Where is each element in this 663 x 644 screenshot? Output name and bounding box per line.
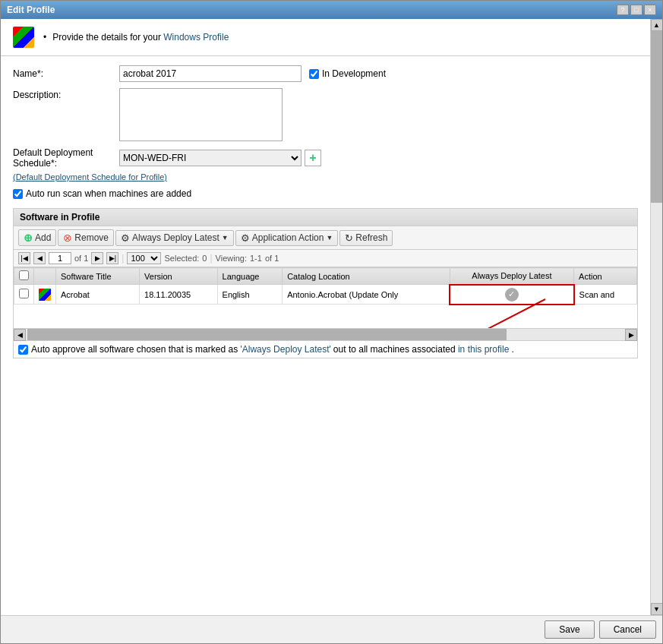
remove-button[interactable]: ⊗ Remove <box>58 229 114 246</box>
table-header-row: Software Title Version Language Catalog … <box>14 268 637 285</box>
gear-icon-2: ⚙ <box>241 232 250 244</box>
auto-run-row: Auto run scan when machines are added <box>13 188 638 199</box>
software-title-col-header: Software Title <box>56 268 140 285</box>
remove-icon: ⊗ <box>63 232 72 244</box>
prev-page-button[interactable]: ◀ <box>33 252 46 264</box>
table-row: Acrobat 18.11.20035 English Antonio.Acro… <box>14 285 637 305</box>
software-title-cell: Acrobat <box>56 285 140 305</box>
help-button[interactable]: ? <box>617 5 629 15</box>
scroll-track[interactable] <box>26 329 625 340</box>
action-cell: Scan and <box>574 285 637 305</box>
action-col-header: Action <box>574 268 637 285</box>
in-development-checkbox[interactable] <box>309 69 319 79</box>
form-area: Name*: In Development Description: Defau… <box>1 65 650 374</box>
always-deploy-cell: ✓ <box>450 285 573 305</box>
page-input[interactable] <box>49 252 71 264</box>
viewing-label: Viewing: <box>216 254 247 263</box>
auto-approve-checkbox[interactable] <box>18 345 28 355</box>
scroll-thumb[interactable] <box>27 329 507 340</box>
auto-approve-link1[interactable]: 'Always Deploy Latest' <box>240 344 330 355</box>
default-schedule-link[interactable]: (Default Deployment Schedule for Profile… <box>13 172 167 182</box>
row-icon-cell <box>34 285 56 305</box>
windows-logo-icon <box>13 27 34 48</box>
in-development-label: In Development <box>322 68 386 79</box>
deploy-schedule-select[interactable]: MON-WED-FRI DAILY WEEKLY <box>119 150 302 166</box>
deploy-label: Default DeploymentSchedule*: <box>13 147 119 169</box>
add-button[interactable]: ⊕ Add <box>18 229 56 246</box>
scroll-right-button[interactable]: ▶ <box>625 329 637 341</box>
language-col-header: Language <box>217 268 283 285</box>
scroll-left-button[interactable]: ◀ <box>14 329 26 341</box>
add-label: Add <box>35 232 51 243</box>
gear-icon-1: ⚙ <box>121 232 130 244</box>
window-controls: ? □ × <box>617 5 656 15</box>
row-checkbox[interactable] <box>19 289 29 298</box>
software-table-container: Software Title Version Language Catalog … <box>14 267 637 328</box>
app-action-dropdown-arrow: ▼ <box>326 234 333 242</box>
save-button[interactable]: Save <box>545 620 594 639</box>
language-cell: English <box>217 285 283 305</box>
auto-approve-text: Auto approve all software chosen that is… <box>31 344 514 355</box>
table-scroll-area[interactable]: Software Title Version Language Catalog … <box>14 267 637 305</box>
refresh-button[interactable]: ↻ Refresh <box>339 230 393 246</box>
scroll-up-button[interactable]: ▲ <box>651 19 663 31</box>
name-label: Name*: <box>13 68 119 79</box>
software-panel: Software in Profile ⊕ Add ⊗ Remove ⚙ <box>13 208 638 358</box>
name-input[interactable] <box>119 65 302 82</box>
pagination-bar: |◀ ◀ of 1 ▶ ▶| | 100 50 25 Selected: <box>14 250 637 267</box>
viewing-of: of 1 <box>265 254 279 263</box>
add-icon: ⊕ <box>24 232 33 244</box>
auto-run-checkbox[interactable] <box>13 189 23 199</box>
vertical-scroll-thumb[interactable] <box>651 31 662 203</box>
header-text: Provide the details for your Windows Pro… <box>52 32 229 43</box>
select-all-checkbox[interactable] <box>19 270 29 280</box>
application-action-label: Application Action <box>252 232 324 243</box>
scroll-down-button[interactable]: ▼ <box>651 603 663 615</box>
auto-approve-link2[interactable]: in this profile <box>458 344 509 355</box>
description-label: Description: <box>13 88 119 141</box>
first-page-button[interactable]: |◀ <box>18 252 30 264</box>
always-deploy-checkmark: ✓ <box>505 288 519 301</box>
next-page-button[interactable]: ▶ <box>91 252 103 264</box>
icon-col-header <box>34 268 56 285</box>
edit-profile-window: Edit Profile ? □ × • Provide the details… <box>0 0 663 644</box>
last-page-button[interactable]: ▶| <box>106 252 118 264</box>
footer-bar: Save Cancel <box>1 615 662 643</box>
vertical-scroll-track[interactable] <box>651 31 662 603</box>
version-col-header: Version <box>140 268 218 285</box>
deploy-schedule-row: Default DeploymentSchedule*: MON-WED-FRI… <box>13 147 638 169</box>
header-banner: • Provide the details for your Windows P… <box>1 19 650 56</box>
window-title: Edit Profile <box>7 5 55 15</box>
selected-label: Selected: <box>164 254 199 263</box>
per-page-select[interactable]: 100 50 25 <box>127 252 161 264</box>
catalog-location-cell: Antonio.Acrobat (Update Only <box>283 285 450 305</box>
refresh-icon: ↻ <box>345 232 353 244</box>
select-all-col <box>14 268 34 285</box>
version-cell: 18.11.20035 <box>140 285 218 305</box>
title-bar: Edit Profile ? □ × <box>1 1 662 19</box>
of-pages-label: of 1 <box>74 254 88 263</box>
minimize-button[interactable]: □ <box>630 5 642 15</box>
catalog-location-col-header: Catalog Location <box>283 268 450 285</box>
application-action-button[interactable]: ⚙ Application Action ▼ <box>235 230 339 246</box>
close-button[interactable]: × <box>644 5 656 15</box>
description-textarea[interactable] <box>119 88 283 141</box>
auto-approve-row: Auto approve all software chosen that is… <box>14 340 637 358</box>
add-schedule-button[interactable]: + <box>305 150 321 166</box>
always-deploy-label: Always Deploy Latest <box>132 232 219 243</box>
always-deploy-button[interactable]: ⚙ Always Deploy Latest ▼ <box>115 230 234 246</box>
software-table: Software Title Version Language Catalog … <box>14 267 637 305</box>
cancel-button[interactable]: Cancel <box>599 620 656 639</box>
software-panel-title: Software in Profile <box>14 209 637 226</box>
software-icon <box>39 289 51 301</box>
description-row: Description: <box>13 88 638 141</box>
auto-run-label: Auto run scan when machines are added <box>26 188 191 199</box>
always-deploy-dropdown-arrow: ▼ <box>222 234 229 242</box>
viewing-range: 1-1 <box>250 254 262 263</box>
remove-label: Remove <box>74 232 109 243</box>
vertical-scrollbar[interactable]: ▲ ▼ <box>650 19 662 615</box>
row-checkbox-cell <box>14 285 34 305</box>
toolbar: ⊕ Add ⊗ Remove ⚙ Always Deploy Latest ▼ <box>14 226 637 250</box>
horizontal-scrollbar[interactable]: ◀ ▶ <box>14 328 637 340</box>
name-row: Name*: In Development <box>13 65 638 82</box>
